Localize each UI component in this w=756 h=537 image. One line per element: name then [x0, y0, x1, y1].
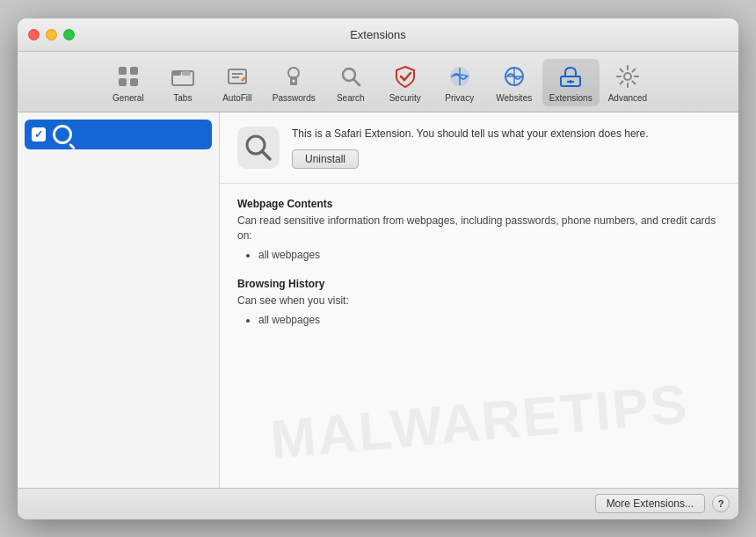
passwords-icon: [280, 62, 308, 91]
permission-webpage-title: Webpage Contents: [237, 198, 721, 210]
svg-point-26: [624, 73, 631, 80]
websites-icon: [500, 62, 528, 91]
maximize-button[interactable]: [63, 29, 75, 40]
sidebar-item-search-ext[interactable]: ✓: [25, 120, 212, 149]
general-icon: [114, 62, 142, 91]
watermark-text: MALWARETIPS: [267, 372, 690, 470]
security-icon: [391, 62, 419, 91]
svg-rect-2: [119, 78, 127, 86]
toolbar: General Tabs: [18, 52, 738, 112]
search-icon: [337, 62, 365, 91]
extension-search-icon: [53, 125, 72, 144]
permission-history-desc: Can see when you visit:: [237, 294, 721, 308]
content-area: ✓ MALWARETIPS This is a Safar: [18, 112, 738, 488]
websites-label: Websites: [496, 93, 532, 103]
toolbar-item-search[interactable]: Search: [324, 59, 377, 106]
tabs-icon: [169, 62, 197, 91]
uninstall-button[interactable]: Uninstall: [292, 149, 359, 169]
svg-line-16: [404, 73, 411, 80]
tabs-label: Tabs: [173, 93, 192, 103]
main-window: Extensions General: [18, 18, 738, 519]
extensions-label: Extensions: [549, 93, 592, 103]
security-label: Security: [389, 93, 421, 103]
permission-webpage-list: all webpages: [237, 247, 721, 264]
permission-browsing-history: Browsing History Can see when you visit:…: [237, 278, 721, 329]
sidebar: ✓: [18, 112, 220, 488]
permission-webpage-desc: Can read sensitive information from webp…: [237, 214, 721, 243]
advanced-label: Advanced: [608, 93, 647, 103]
extension-checkbox[interactable]: ✓: [32, 127, 46, 142]
permission-history-title: Browsing History: [237, 278, 721, 290]
toolbar-item-extensions[interactable]: Extensions: [542, 59, 600, 106]
permission-webpage-contents: Webpage Contents Can read sensitive info…: [237, 198, 721, 264]
extension-description: This is a Safari Extension. You should t…: [292, 127, 721, 142]
help-button[interactable]: ?: [712, 495, 730, 512]
toolbar-item-tabs[interactable]: Tabs: [156, 59, 209, 106]
toolbar-item-privacy[interactable]: Privacy: [433, 59, 486, 106]
checkmark-icon: ✓: [34, 128, 43, 141]
svg-rect-1: [130, 67, 138, 75]
watermark: MALWARETIPS: [220, 390, 738, 453]
svg-rect-5: [172, 71, 181, 76]
extension-icon: [237, 127, 280, 169]
extensions-icon: [556, 62, 585, 91]
toolbar-item-security[interactable]: Security: [379, 59, 432, 106]
toolbar-icons: General Tabs: [102, 59, 654, 106]
main-panel: MALWARETIPS This is a Safari Extension. …: [220, 112, 738, 488]
svg-point-12: [293, 79, 295, 82]
footer: More Extensions... ?: [18, 488, 738, 519]
search-label: Search: [337, 93, 365, 103]
extension-info: This is a Safari Extension. You should t…: [292, 127, 721, 170]
svg-line-28: [262, 151, 270, 159]
svg-line-14: [353, 79, 360, 85]
svg-rect-0: [119, 67, 127, 75]
permission-history-list: all webpages: [237, 312, 721, 329]
toolbar-item-autofill[interactable]: AutoFill: [211, 59, 264, 106]
toolbar-item-general[interactable]: General: [102, 59, 155, 106]
extension-header: This is a Safari Extension. You should t…: [220, 112, 738, 185]
autofill-label: AutoFill: [222, 93, 251, 103]
toolbar-item-passwords[interactable]: Passwords: [265, 59, 323, 106]
svg-rect-6: [182, 71, 191, 76]
window-controls: [28, 29, 75, 40]
privacy-icon: [446, 62, 474, 91]
passwords-label: Passwords: [273, 93, 316, 103]
permission-history-item: all webpages: [258, 312, 721, 329]
minimize-button[interactable]: [46, 29, 57, 40]
more-extensions-button[interactable]: More Extensions...: [595, 494, 705, 513]
general-label: General: [113, 93, 144, 103]
privacy-label: Privacy: [445, 93, 474, 103]
window-title: Extensions: [350, 28, 406, 41]
permissions-section: Webpage Contents Can read sensitive info…: [220, 184, 738, 357]
toolbar-item-advanced[interactable]: Advanced: [601, 59, 654, 106]
close-button[interactable]: [28, 29, 40, 40]
titlebar: Extensions: [18, 18, 738, 52]
autofill-icon: [223, 62, 251, 91]
svg-rect-3: [130, 78, 138, 86]
permission-webpage-item: all webpages: [258, 247, 721, 264]
toolbar-item-websites[interactable]: Websites: [488, 59, 541, 106]
advanced-icon: [614, 62, 642, 91]
